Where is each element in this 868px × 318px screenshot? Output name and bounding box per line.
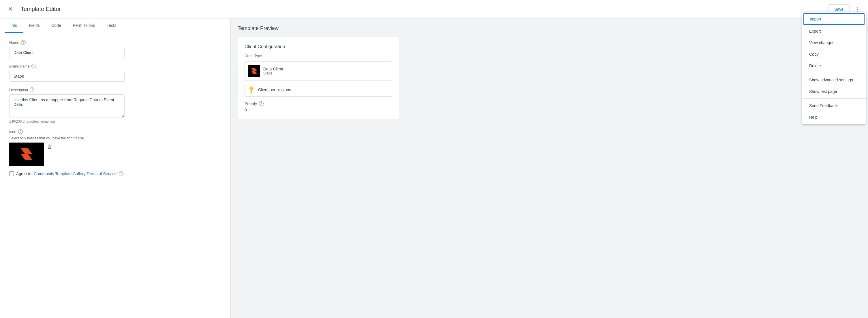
close-button[interactable]: ✕	[5, 3, 16, 15]
brand-name-input[interactable]	[9, 71, 125, 82]
dropdown-item-delete[interactable]: Delete	[802, 60, 866, 71]
tab-code[interactable]: Code	[45, 19, 67, 33]
permissions-label: Client permissions	[258, 87, 291, 92]
left-panel: Info Fields Code Permissions Tests Name …	[0, 19, 231, 318]
priority-label: Priority ?	[245, 101, 392, 106]
description-help-icon[interactable]: ?	[30, 87, 34, 92]
client-name: Data Client	[263, 67, 283, 71]
description-textarea[interactable]	[9, 94, 125, 117]
dropdown-item-help[interactable]: Help	[802, 111, 866, 123]
dropdown-item-show-advanced[interactable]: Show advanced settings	[802, 74, 866, 86]
delete-icon-button[interactable]: 🗑	[46, 143, 54, 151]
preview-title: Template Preview	[238, 25, 861, 31]
agree-text: Agree to	[16, 171, 31, 176]
priority-section: Priority ? 0	[245, 101, 392, 112]
form-content: Name ? Brand name ? Description ?	[0, 33, 230, 183]
dropdown-item-export[interactable]: Export	[802, 25, 866, 37]
name-input[interactable]	[9, 47, 125, 58]
icon-preview-wrapper: 🗑	[9, 143, 221, 166]
description-field-group: Description ? 140/200 characters remaini…	[9, 87, 221, 123]
brand-name-field-group: Brand name ?	[9, 64, 221, 82]
tab-tests[interactable]: Tests	[101, 19, 122, 33]
top-bar: ✕ Template Editor Save ⋮	[0, 0, 868, 19]
dropdown-item-send-feedback[interactable]: Send Feedback	[802, 100, 866, 111]
client-icon-box	[248, 65, 260, 77]
tab-info[interactable]: Info	[5, 19, 23, 33]
icon-label: Icon ?	[9, 129, 221, 134]
stape-icon-svg	[18, 145, 35, 163]
config-title: Client Configuration	[245, 44, 392, 49]
client-type-label: Client Type	[245, 54, 392, 58]
name-help-icon[interactable]: ?	[21, 40, 26, 45]
dropdown-divider-2	[802, 98, 866, 99]
name-label: Name ?	[9, 40, 221, 45]
key-icon: 🔑	[247, 85, 256, 94]
app-title: Template Editor	[21, 6, 828, 12]
dropdown-item-view-changes[interactable]: View changes	[802, 37, 866, 49]
tab-permissions[interactable]: Permissions	[67, 19, 101, 33]
permissions-item: 🔑 Client permissions	[245, 83, 392, 97]
name-field-group: Name ?	[9, 40, 221, 58]
agree-checkbox[interactable]	[9, 171, 14, 176]
icon-help-icon[interactable]: ?	[18, 129, 23, 134]
client-brand: Stape	[263, 71, 283, 75]
tabs-bar: Info Fields Code Permissions Tests	[0, 19, 230, 33]
agree-help-icon[interactable]: ?	[119, 171, 123, 176]
close-icon: ✕	[8, 5, 13, 13]
dropdown-item-import[interactable]: Import	[803, 13, 865, 25]
icon-field-group: Icon ? Select only images that you have …	[9, 129, 221, 166]
char-count: 140/200 characters remaining	[9, 119, 221, 123]
dropdown-menu: Import Export View changes Copy Delete S…	[802, 11, 866, 124]
client-config-card: Client Configuration Client Type Data Cl…	[238, 37, 399, 119]
priority-value: 0	[245, 108, 392, 112]
trash-icon: 🗑	[47, 144, 53, 149]
dropdown-item-copy[interactable]: Copy	[802, 49, 866, 60]
description-label: Description ?	[9, 87, 221, 92]
client-type-item: Data Client Stape	[245, 61, 392, 81]
agree-link[interactable]: Community Template Gallery Terms of Serv…	[34, 171, 117, 176]
icon-hint: Select only images that you have the rig…	[9, 136, 221, 140]
tab-fields[interactable]: Fields	[23, 19, 45, 33]
agree-section: Agree to Community Template Gallery Term…	[9, 171, 221, 176]
right-panel: Template Preview Client Configuration Cl…	[231, 19, 868, 318]
priority-help-icon[interactable]: ?	[259, 101, 264, 106]
brand-name-label: Brand name ?	[9, 64, 221, 68]
icon-preview	[9, 143, 44, 166]
client-icon-svg	[250, 67, 258, 75]
brand-name-help-icon[interactable]: ?	[31, 64, 36, 68]
client-info: Data Client Stape	[263, 67, 283, 75]
main-layout: Info Fields Code Permissions Tests Name …	[0, 19, 868, 318]
dropdown-item-show-test[interactable]: Show test page	[802, 86, 866, 97]
